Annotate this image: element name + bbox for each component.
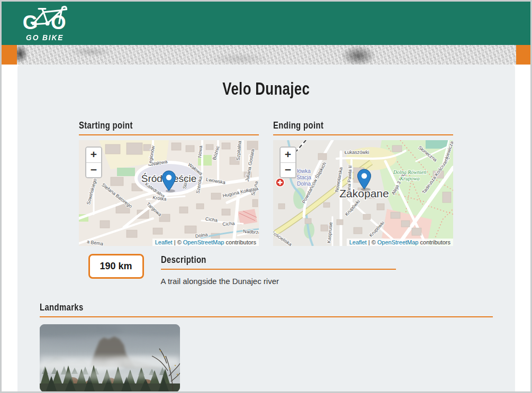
svg-text:Stacja: Stacja	[296, 175, 311, 180]
starting-point-map[interactable]: Wałowa Wałowa Legionów Nowa Bóżnic Szpit…	[79, 140, 259, 246]
starting-point-section: Starting point	[79, 120, 259, 246]
medical-poi-icon	[276, 178, 284, 187]
svg-text:Cicha: Cicha	[222, 221, 235, 227]
map-zoom-control: + −	[279, 147, 296, 178]
ending-point-heading: Ending point	[273, 120, 453, 135]
ending-point-map[interactable]: Łukaszówki Słoneczna Nowotarska Jana Paw…	[273, 140, 453, 246]
svg-text:Dolna Równień: Dolna Równień	[393, 169, 427, 175]
svg-text:Dolna: Dolna	[297, 181, 311, 187]
attribution-separator: | ©	[173, 239, 183, 245]
starting-point-heading: Starting point	[79, 120, 259, 135]
attribution-separator: | ©	[367, 239, 377, 245]
map-attribution: Leaflet | © OpenStreetMap contributors	[347, 239, 453, 246]
map-tiles: Łukaszówki Słoneczna Nowotarska Jana Paw…	[273, 140, 453, 246]
landmark-photo	[40, 324, 180, 391]
app-window: G O G	[0, 0, 532, 393]
bicycle-logo-icon: G O	[21, 5, 69, 32]
hero-banner-texture	[17, 45, 516, 65]
zoom-in-button[interactable]: +	[86, 148, 101, 162]
svg-text:Krupowa: Krupowa	[399, 176, 419, 181]
gobike-logo[interactable]: G O G	[19, 5, 71, 42]
main-content: Velo Dunajec Starting point	[17, 65, 515, 391]
attribution-suffix: contributors	[224, 239, 256, 245]
description-heading: Description	[161, 254, 396, 270]
brand-name: GO BIKE	[26, 33, 64, 42]
route-maps-row: Starting point	[17, 120, 515, 246]
map-tiles: Wałowa Wałowa Legionów Nowa Bóżnic Szpit…	[79, 140, 259, 246]
ending-point-section: Ending point	[273, 120, 453, 246]
zoom-in-button[interactable]: +	[281, 148, 295, 162]
station-label: łówka Stacja Dolna	[296, 168, 311, 187]
svg-text:Łukaszówki: Łukaszówki	[345, 150, 369, 155]
description-section: Description A trail alongside the Dunaje…	[161, 254, 396, 286]
landmark-photo-image	[40, 324, 180, 391]
app-header: G O G	[2, 2, 530, 45]
svg-text:łówka: łówka	[297, 168, 311, 174]
zoom-out-button[interactable]: −	[281, 162, 295, 177]
svg-text:O: O	[51, 12, 66, 32]
attribution-suffix: contributors	[418, 239, 450, 245]
distance-badge: 190 km	[88, 254, 144, 279]
description-text: A trail alongside the Dunajec river	[161, 277, 396, 286]
leaflet-link[interactable]: Leaflet	[155, 239, 173, 245]
svg-text:Nowa: Nowa	[197, 145, 203, 158]
page-title: Velo Dunajec	[17, 77, 515, 100]
landmarks-section: Landmarks	[40, 301, 493, 391]
osm-link[interactable]: OpenStreetMap	[377, 239, 419, 245]
map-attribution: Leaflet | © OpenStreetMap contributors	[152, 239, 259, 246]
detail-row: 190 km Description A trail alongside the…	[88, 254, 515, 286]
zoom-out-button[interactable]: −	[86, 162, 101, 177]
map-zoom-control: + −	[85, 147, 102, 178]
leaflet-link[interactable]: Leaflet	[349, 239, 367, 245]
osm-link[interactable]: OpenStreetMap	[183, 239, 224, 245]
hero-banner	[2, 45, 530, 65]
landmarks-heading: Landmarks	[40, 301, 493, 317]
